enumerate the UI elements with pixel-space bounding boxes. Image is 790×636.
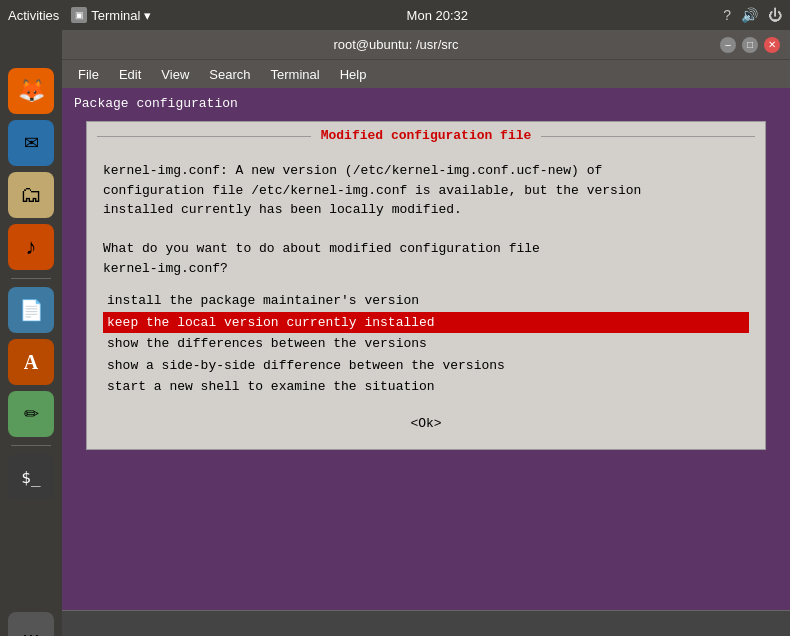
dialog-body-line5: What do you want to do about modified co… <box>103 239 749 259</box>
menu-bar: File Edit View Search Terminal Help <box>62 60 790 88</box>
menu-edit[interactable]: Edit <box>111 65 149 84</box>
dialog-title: Modified configuration file <box>321 128 532 143</box>
help-icon[interactable]: ? <box>723 7 731 23</box>
terminal-tab[interactable]: ▣ Terminal ▾ <box>71 7 151 23</box>
dialog-title-text-wrap: Modified configuration file <box>311 128 542 143</box>
close-button[interactable]: ✕ <box>764 37 780 53</box>
terminal-body[interactable]: Package configuration Modified configura… <box>62 88 790 636</box>
activities-label[interactable]: Activities <box>8 8 59 23</box>
dock-item-apps[interactable]: ⋯ <box>8 612 54 636</box>
dock-separator-2 <box>11 445 51 446</box>
dock-item-files[interactable]: 🗂 <box>8 172 54 218</box>
dialog-body: kernel-img.conf: A new version (/etc/ker… <box>103 161 749 278</box>
menu-view[interactable]: View <box>153 65 197 84</box>
option-side-by-side[interactable]: show a side-by-side difference between t… <box>103 355 749 377</box>
window-title: root@ubuntu: /usr/src <box>72 37 720 52</box>
dock-item-appstore[interactable]: A <box>8 339 54 385</box>
ok-button[interactable]: <Ok> <box>402 414 449 433</box>
window-title-bar: root@ubuntu: /usr/src – □ ✕ <box>62 30 790 60</box>
menu-terminal[interactable]: Terminal <box>263 65 328 84</box>
dialog-body-line6: kernel-img.conf? <box>103 259 749 279</box>
dock-item-terminal[interactable]: $_ <box>8 454 54 500</box>
dialog-options: install the package maintainer's version… <box>103 290 749 398</box>
dock-item-firefox[interactable]: 🦊 <box>8 68 54 114</box>
dialog-body-line2: configuration file /etc/kernel-img.conf … <box>103 181 749 201</box>
menu-help[interactable]: Help <box>332 65 375 84</box>
power-icon[interactable]: ⏻ <box>768 7 782 23</box>
maximize-button[interactable]: □ <box>742 37 758 53</box>
option-keep[interactable]: keep the local version currently install… <box>103 312 749 334</box>
dock-item-inkscape[interactable]: ✏ <box>8 391 54 437</box>
terminal-tab-arrow: ▾ <box>144 8 151 23</box>
dialog-body-line1: kernel-img.conf: A new version (/etc/ker… <box>103 161 749 181</box>
sidebar-dock: 🦊 ✉ 🗂 ♪ 📄 A ✏ $_ ⋯ <box>0 60 62 636</box>
menu-file[interactable]: File <box>70 65 107 84</box>
dock-item-rhythmbox[interactable]: ♪ <box>8 224 54 270</box>
dialog-box: Modified configuration file kernel-img.c… <box>86 121 766 450</box>
menu-search[interactable]: Search <box>201 65 258 84</box>
content-area: root@ubuntu: /usr/src – □ ✕ File Edit Vi… <box>62 30 790 636</box>
option-install[interactable]: install the package maintainer's version <box>103 290 749 312</box>
volume-icon[interactable]: 🔊 <box>741 7 758 23</box>
dialog-ok-area: <Ok> <box>103 414 749 434</box>
terminal-status-bar <box>62 610 790 636</box>
terminal-tab-icon: ▣ <box>71 7 87 23</box>
window-controls: – □ ✕ <box>720 37 780 53</box>
dock-separator <box>11 278 51 279</box>
dialog-body-line4 <box>103 220 749 240</box>
option-shell[interactable]: start a new shell to examine the situati… <box>103 376 749 398</box>
system-bar: Activities ▣ Terminal ▾ Mon 20:32 ? 🔊 ⏻ <box>0 0 790 30</box>
dialog-title-bar: Modified configuration file <box>87 122 765 149</box>
dock-item-thunderbird[interactable]: ✉ <box>8 120 54 166</box>
terminal-tab-label: Terminal <box>91 8 140 23</box>
option-diff[interactable]: show the differences between the version… <box>103 333 749 355</box>
pkg-config-label: Package configuration <box>74 96 778 111</box>
main-layout: 🦊 ✉ 🗂 ♪ 📄 A ✏ $_ ⋯ root@ubuntu: /usr/src… <box>0 30 790 636</box>
dialog-content: kernel-img.conf: A new version (/etc/ker… <box>87 149 765 449</box>
minimize-button[interactable]: – <box>720 37 736 53</box>
dock-item-libreoffice[interactable]: 📄 <box>8 287 54 333</box>
clock: Mon 20:32 <box>407 8 468 23</box>
dialog-body-line3: installed currently has been locally mod… <box>103 200 749 220</box>
